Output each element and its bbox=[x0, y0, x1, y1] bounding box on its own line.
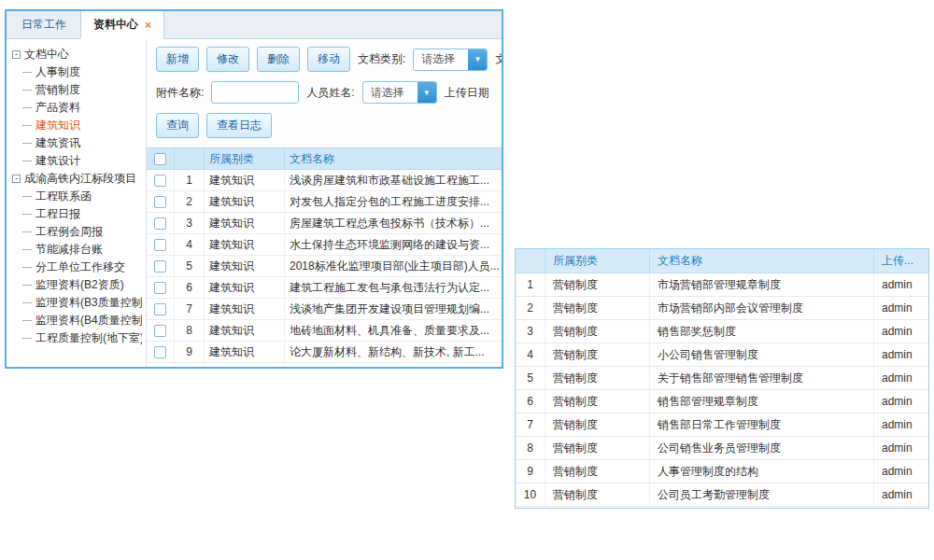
row-category: 建筑知识 bbox=[205, 213, 285, 233]
row-checkbox[interactable] bbox=[154, 196, 166, 208]
table-row[interactable]: 2 营销制度 市场营销部内部会议管理制度 admin bbox=[516, 297, 928, 320]
tree-item-selected[interactable]: 建筑知识 bbox=[12, 117, 142, 134]
tree-item[interactable]: 工程日报 bbox=[12, 205, 142, 223]
tree-item[interactable]: 监理资料(B3质量控制) bbox=[12, 294, 142, 312]
table-row[interactable]: 9 建筑知识 论大厦新材料、新结构、新技术, 新工... bbox=[147, 342, 502, 363]
row-checkbox[interactable] bbox=[154, 175, 166, 187]
tree-item[interactable]: 工程例会周报 bbox=[12, 223, 142, 241]
tree-item[interactable]: 监理资料(B2资质) bbox=[12, 276, 142, 294]
row-category: 营销制度 bbox=[545, 460, 650, 483]
close-icon[interactable]: × bbox=[145, 20, 151, 31]
tree-item[interactable]: 节能减排台账 bbox=[12, 241, 142, 259]
row-doc-name: 公司销售业务员管理制度 bbox=[650, 437, 874, 459]
table-row[interactable]: 3 建筑知识 房屋建筑工程总承包投标书（技术标）... bbox=[147, 213, 502, 234]
row-doc-name: 市场营销部管理规章制度 bbox=[650, 273, 874, 296]
tree-item-label: 分工单位工作移交 bbox=[35, 259, 125, 276]
table-row[interactable]: 6 营销制度 销售部管理规章制度 admin bbox=[516, 390, 928, 413]
tree-connector-icon bbox=[22, 249, 32, 250]
row-category: 营销制度 bbox=[545, 297, 650, 319]
edit-button[interactable]: 修改 bbox=[206, 47, 249, 72]
row-checkbox[interactable] bbox=[154, 303, 166, 315]
table-row[interactable]: 10 营销制度 公司员工考勤管理制度 admin bbox=[516, 483, 928, 507]
table-row[interactable]: 7 营销制度 销售部日常工作管理制度 admin bbox=[516, 413, 928, 437]
tree-item[interactable]: 监理资料(B4质量控制) bbox=[12, 312, 142, 329]
row-doc-name: 房屋建筑工程总承包投标书（技术标）... bbox=[285, 213, 502, 233]
table-row[interactable]: 4 建筑知识 水土保持生态环境监测网络的建设与资... bbox=[147, 234, 502, 256]
toolbar-row-1: 新增 修改 删除 移动 文档类别: 请选择 ▼ 文档 bbox=[156, 47, 502, 72]
tree-root-document-center[interactable]: - 文档中心 bbox=[12, 46, 142, 63]
collapse-icon[interactable]: - bbox=[12, 50, 21, 59]
row-doc-name: 浅谈地产集团开发建设项目管理规划编... bbox=[285, 299, 502, 319]
tree-connector-icon bbox=[22, 267, 32, 268]
select-all-checkbox[interactable] bbox=[154, 153, 166, 165]
row-category: 建筑知识 bbox=[205, 256, 285, 276]
column-header-category[interactable]: 所属别类 bbox=[205, 148, 285, 169]
tree-item[interactable]: 建筑设计 bbox=[12, 152, 142, 170]
row-uploader: admin bbox=[874, 390, 928, 413]
row-checkbox[interactable] bbox=[154, 325, 166, 337]
tree-root-project[interactable]: - 成渝高铁内江标段项目 bbox=[12, 170, 142, 188]
doc-category-select[interactable]: 请选择 ▼ bbox=[413, 49, 488, 71]
table-row[interactable]: 1 建筑知识 浅谈房屋建筑和市政基础设施工程施工... bbox=[147, 170, 502, 191]
tree-item-label: 监理资料(B2资质) bbox=[35, 276, 124, 294]
move-button[interactable]: 移动 bbox=[307, 47, 350, 72]
row-number: 6 bbox=[175, 277, 205, 298]
add-button[interactable]: 新增 bbox=[156, 47, 199, 72]
table-row[interactable]: 9 营销制度 人事管理制度的结构 admin bbox=[516, 460, 928, 483]
checkbox-cell bbox=[147, 191, 175, 212]
table-row[interactable]: 1 营销制度 市场营销部管理规章制度 admin bbox=[516, 273, 928, 297]
row-uploader: admin bbox=[874, 367, 928, 389]
row-category: 营销制度 bbox=[545, 483, 650, 506]
tree-item[interactable]: 营销制度 bbox=[12, 81, 142, 99]
column-header-name[interactable]: 文档名称 bbox=[285, 148, 502, 169]
tree-item[interactable]: 人事制度 bbox=[12, 63, 142, 81]
tree-item[interactable]: 工程质量控制(地下室) bbox=[12, 329, 142, 347]
attachment-name-input[interactable] bbox=[211, 81, 299, 104]
tree-item-label: 工程例会周报 bbox=[35, 223, 103, 241]
tree-item-label: 建筑资讯 bbox=[35, 134, 80, 152]
tab-daily-work[interactable]: 日常工作 bbox=[9, 11, 78, 38]
tree-item-label: 人事制度 bbox=[35, 63, 80, 81]
column-header-uploader[interactable]: 上传... bbox=[874, 249, 928, 273]
marketing-documents-table: 所属别类 文档名称 上传... 1 营销制度 市场营销部管理规章制度 admin… bbox=[515, 248, 929, 509]
table-row[interactable]: 5 营销制度 关于销售部管理销售管理制度 admin bbox=[516, 367, 928, 390]
tree-item[interactable]: 产品资料 bbox=[12, 99, 142, 117]
column-header-category[interactable]: 所属别类 bbox=[545, 249, 650, 273]
table-row[interactable]: 5 建筑知识 2018标准化监理项目部(业主项目部)人员... bbox=[147, 256, 502, 277]
column-header-name[interactable]: 文档名称 bbox=[650, 249, 874, 273]
person-name-label: 人员姓名: bbox=[306, 85, 354, 101]
row-checkbox[interactable] bbox=[154, 260, 166, 273]
query-button[interactable]: 查询 bbox=[156, 113, 199, 138]
table-row[interactable]: 8 建筑知识 地砖地面材料、机具准备、质量要求及... bbox=[147, 320, 502, 342]
tree-item[interactable]: 建筑资讯 bbox=[12, 134, 142, 152]
person-name-value: 请选择 bbox=[363, 85, 417, 101]
row-category: 建筑知识 bbox=[205, 191, 285, 212]
tree-root-label: 文档中心 bbox=[24, 46, 69, 63]
row-checkbox[interactable] bbox=[154, 217, 166, 230]
table-row[interactable]: 3 营销制度 销售部奖惩制度 admin bbox=[516, 320, 928, 343]
table-row[interactable]: 8 营销制度 公司销售业务员管理制度 admin bbox=[516, 437, 928, 460]
tree-item[interactable]: 工程联系函 bbox=[12, 188, 142, 205]
row-uploader: admin bbox=[874, 273, 928, 296]
table-row[interactable]: 2 建筑知识 对发包人指定分包的工程施工进度安排... bbox=[147, 191, 502, 213]
checkbox-cell bbox=[147, 342, 175, 362]
checkbox-cell bbox=[147, 277, 175, 298]
delete-button[interactable]: 删除 bbox=[257, 47, 300, 72]
collapse-icon[interactable]: - bbox=[12, 175, 21, 183]
table-row[interactable]: 7 建筑知识 浅谈地产集团开发建设项目管理规划编... bbox=[147, 299, 502, 320]
tree-connector-icon bbox=[22, 214, 32, 215]
table-row[interactable]: 10 建筑知识 大厦地下室加气砼墙砌筑工程的施工方... bbox=[147, 363, 502, 367]
tree-item[interactable]: 分工单位工作移交 bbox=[12, 259, 142, 276]
row-checkbox[interactable] bbox=[154, 282, 166, 294]
person-name-select[interactable]: 请选择 ▼ bbox=[362, 81, 437, 104]
row-category: 建筑知识 bbox=[205, 277, 285, 298]
row-checkbox[interactable] bbox=[154, 239, 166, 251]
view-log-button[interactable]: 查看日志 bbox=[206, 113, 272, 138]
table-row[interactable]: 6 建筑知识 建筑工程施工发包与承包违法行为认定... bbox=[147, 277, 502, 299]
row-checkbox[interactable] bbox=[154, 346, 166, 358]
tab-data-center[interactable]: 资料中心 × bbox=[80, 10, 164, 39]
chevron-down-icon: ▼ bbox=[417, 81, 436, 104]
row-number: 4 bbox=[175, 234, 205, 255]
row-doc-name: 销售部管理规章制度 bbox=[650, 390, 874, 413]
table-row[interactable]: 4 营销制度 小公司销售管理制度 admin bbox=[516, 343, 928, 367]
